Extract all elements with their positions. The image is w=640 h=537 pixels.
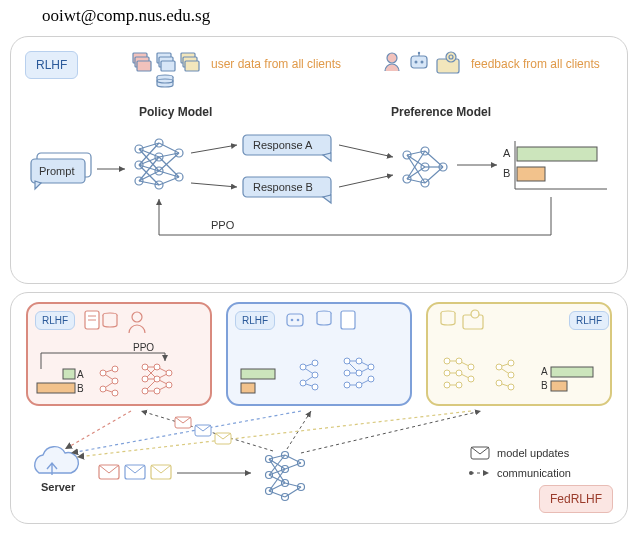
svg-line-191 <box>285 487 301 497</box>
svg-line-74 <box>339 175 393 187</box>
top-arrows: PPO <box>11 37 629 285</box>
ppo-label: PPO <box>211 219 235 231</box>
legend-updates: model updates <box>497 447 570 459</box>
svg-line-73 <box>339 145 393 157</box>
rlhf-panel: RLHF user data from all clients <box>10 36 628 284</box>
fedrlhf-panel: RLHF PPO A B <box>10 292 628 524</box>
svg-point-206 <box>469 471 473 475</box>
fedrlhf-badge: FedRLHF <box>539 485 613 513</box>
svg-line-180 <box>269 459 285 469</box>
server-label: Server <box>41 481 76 493</box>
svg-line-188 <box>285 455 301 463</box>
email-text: ooiwt@comp.nus.edu.sg <box>0 0 640 26</box>
svg-line-71 <box>191 145 237 153</box>
svg-line-72 <box>191 183 237 187</box>
bottom-graph: Server <box>11 293 629 525</box>
legend-comm: communication <box>497 467 571 479</box>
